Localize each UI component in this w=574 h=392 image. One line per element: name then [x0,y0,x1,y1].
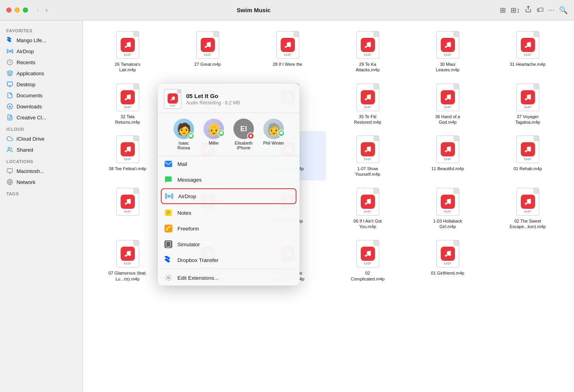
search-icon[interactable]: 🔍 [559,6,568,15]
svg-point-67 [449,254,451,256]
popup-filename: 05 Let It Go [186,93,293,99]
sidebar-label-desktop: Desktop [17,82,35,87]
tag-icon[interactable]: 🏷 [537,6,544,14]
list-item[interactable]: M4P 1-03 Hollaback Girl.m4p [409,184,486,233]
sidebar-item-mango-life[interactable]: Mango Life... [2,35,81,46]
avatar-phil: 🧓 [263,119,284,139]
sidebar-item-shared[interactable]: Shared [2,144,81,155]
svg-point-53 [369,202,371,204]
menu-item-messages[interactable]: Messages [158,172,300,188]
favorites-section-label: Favorites [0,24,82,35]
menu-item-mail[interactable]: Mail [158,156,300,172]
svg-point-59 [129,254,130,256]
list-item[interactable]: M4P 28 If I Were the [249,27,326,76]
popup-divider [158,269,300,269]
list-item[interactable]: M4P 27 Great.m4p [169,27,246,76]
avatar-name-phil: Phil Winter [263,141,284,145]
list-item[interactable]: M4P 35 Te Fiti Restored.m4p [329,79,406,128]
menu-item-freeform[interactable]: Freeform [158,221,300,236]
svg-point-44 [525,150,527,152]
svg-point-73 [168,195,170,197]
list-item[interactable]: M4P 32 Tala Returns.m4p [89,79,166,128]
list-item[interactable]: M4P 37 Voyager Tagaloa.m4p [489,79,566,128]
list-item[interactable]: M4P 11 Beautiful.m4p [409,131,486,180]
list-item[interactable]: M4P 36 Hand of a God.m4p [409,79,486,128]
group-icon[interactable]: ⊞↕ [511,6,520,15]
toolbar-right: ⊞ ⊞↕ 🏷 ··· 🔍 [500,6,568,15]
svg-point-43 [449,150,451,152]
popup-header: M4P 05 Let It Go Audio Recording · 8.2 M… [158,84,300,113]
menu-item-simulator[interactable]: Simulator [158,236,300,252]
list-item[interactable]: M4P 06 If I Ain't Got You.m4p [329,184,406,233]
svg-point-35 [129,150,130,152]
sidebar-label-documents: Documents [17,93,43,98]
popup-title-block: 05 Let It Go Audio Recording · 8.2 MB [186,93,293,106]
file-icon: M4P [514,82,541,112]
list-item[interactable]: M4P 07 Glamorous (feat. Lu...ris).m4p [89,236,166,285]
svg-point-13 [209,45,211,47]
sidebar-item-creative-cl[interactable]: Creative Cl... [2,112,81,123]
file-icon: M4P [434,30,461,60]
list-item[interactable]: M4P 31 Heartache.m4p [489,27,566,76]
list-item[interactable]: M4P 38 Toe Feiloa'i.m4p [89,131,166,180]
file-icon: M4P [434,134,461,164]
sidebar-item-network[interactable]: Network [2,176,81,188]
svg-point-46 [125,203,127,204]
more-icon[interactable]: ··· [548,6,554,14]
share-icon[interactable] [525,6,532,15]
sidebar-item-icloud-drive[interactable]: iCloud Drive [2,133,81,144]
svg-point-54 [445,203,447,204]
list-item[interactable]: M4P 02 The Sweet Escape...kon).m4p [489,184,566,233]
sidebar-item-airdrop[interactable]: AirDrop [2,46,81,57]
list-item[interactable]: M4P 01 Girlfriend.m4p [409,236,486,285]
svg-point-17 [369,45,371,47]
file-icon: M4P [434,187,461,217]
file-icon: M4P [114,82,141,112]
file-icon: M4P [514,30,541,60]
list-item[interactable]: M4P 01 Rehab.m4p [489,131,566,180]
share-target-phil[interactable]: 🧓 Phil Winter [262,119,285,150]
list-item[interactable]: M4P 02 Complicated.m4p [329,236,406,285]
sidebar: Favorites Mango Life... AirDrop Recents … [0,20,83,392]
sidebar-label-creative: Creative Cl... [17,115,46,121]
svg-point-11 [129,45,130,47]
desktop-icon [6,81,13,88]
svg-rect-2 [7,82,12,85]
svg-point-58 [125,255,127,257]
list-item[interactable]: M4P 29 Te Ka Attacks.m4p [329,27,406,76]
sidebar-item-documents[interactable]: Documents [2,90,81,101]
share-target-isaac[interactable]: 🧑 IsaacRoosa [172,119,196,150]
svg-point-21 [529,45,531,47]
sidebar-item-desktop[interactable]: Desktop [2,79,81,90]
mac-icon [6,167,13,175]
menu-item-airdrop[interactable]: AirDrop [161,188,296,204]
menu-item-dropbox-transfer[interactable]: Dropbox Transfer [158,252,300,268]
sidebar-item-macintosh[interactable]: Macintosh... [2,165,81,176]
sidebar-item-applications[interactable]: Applications [2,68,81,79]
menu-item-edit-extensions[interactable]: Edit Extensions... [158,270,300,286]
svg-rect-70 [250,135,252,137]
svg-point-65 [369,254,371,256]
list-item[interactable]: M4P 26 Tamatoa's Lair.m4p [89,27,166,76]
creative-icon [6,114,13,121]
list-item[interactable]: M4P 30 Maui Leaves.m4p [409,27,486,76]
dropbox-icon [6,37,13,44]
file-icon: M4P [194,30,221,60]
sidebar-item-downloads[interactable]: Downloads [2,101,81,112]
view-grid-icon[interactable]: ⊞ [500,6,506,15]
sidebar-label-airdrop: AirDrop [17,48,34,54]
svg-point-23 [129,97,130,99]
popup-file-icon: M4P [164,89,181,109]
file-icon: M4P [114,134,141,164]
share-target-elisabeth[interactable]: EI ElisabethiPhone [232,119,255,150]
list-item[interactable]: M4P [89,184,166,233]
icloud-drive-icon [6,135,13,142]
avatar-name-isaac: IsaacRoosa [177,141,190,150]
svg-point-6 [8,147,10,149]
icloud-section-label: iCloud [0,123,82,133]
share-target-millie[interactable]: 👴 Millie [202,119,226,150]
menu-item-notes[interactable]: Notes [158,205,300,221]
list-item[interactable]: M4P 1-07 Show Yourself.m4p [329,131,406,180]
svg-point-16 [365,46,367,48]
sidebar-item-recents[interactable]: Recents [2,57,81,68]
